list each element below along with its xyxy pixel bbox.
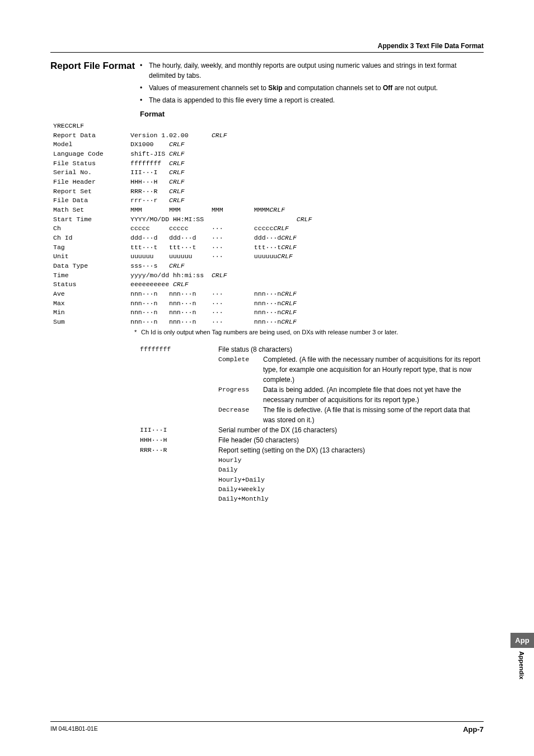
bullet-text: The data is appended to this file every … (149, 95, 335, 105)
desc-key: ffffffff (140, 344, 218, 425)
footnote-text: Ch Id is only output when Tag numbers ar… (141, 328, 398, 337)
list-item: Hourly+Daily (218, 475, 484, 484)
bullet-dot-icon: • (140, 60, 149, 81)
bullet-item: • The data is appended to this file ever… (140, 95, 484, 105)
footnote: * Ch Id is only output when Tag numbers … (134, 328, 484, 337)
desc-key: RRR···R (140, 445, 218, 503)
description-table: ffffffff File status (8 characters) Comp… (140, 344, 484, 503)
footer: IM 04L41B01-01E App-7 (50, 721, 484, 734)
sub-val: The file is defective. (A file that is m… (263, 405, 484, 425)
list-item: Daily+Weekly (218, 484, 484, 494)
sub-row: Complete Completed. (A file with the nec… (218, 354, 484, 385)
sub-row: Progress Data is being added. (An incomp… (218, 385, 484, 405)
desc-heading: File status (8 characters) (218, 344, 484, 354)
desc-row: III···I Serial number of the DX (16 char… (140, 425, 484, 435)
sub-key: Progress (218, 385, 263, 405)
side-tab-box: App (510, 633, 534, 648)
desc-row: HHH···H File header (50 characters) (140, 435, 484, 445)
bullet-dot-icon: • (140, 95, 149, 105)
footer-page-number: App-7 (463, 725, 484, 734)
list-item: Daily+Monthly (218, 494, 484, 503)
format-block: YRECCRLF Report Data Version 1.02.00 CRL… (53, 122, 484, 327)
side-tab-label: Appendix (518, 651, 525, 679)
desc-key: III···I (140, 425, 218, 435)
appendix-header: Appendix 3 Text File Data Format (50, 42, 484, 53)
format-heading: Format (140, 110, 484, 118)
list-item: Hourly (218, 455, 484, 465)
desc-row: RRR···R Report setting (setting on the D… (140, 445, 484, 503)
sub-key: Complete (218, 354, 263, 385)
sub-val: Data is being added. (An incomplete file… (263, 385, 484, 405)
desc-heading: Report setting (setting on the DX) (13 c… (218, 445, 484, 455)
footer-left: IM 04L41B01-01E (50, 725, 98, 734)
footnote-star: * (134, 328, 141, 337)
desc-heading: File header (50 characters) (218, 435, 484, 445)
sub-row: Decrease The file is defective. (A file … (218, 405, 484, 425)
sub-val: Completed. (A file with the necessary nu… (263, 354, 484, 385)
bullet-item: • Values of measurement channels set to … (140, 83, 484, 93)
bullet-item: • The hourly, daily, weekly, and monthly… (140, 60, 484, 81)
desc-heading: Serial number of the DX (16 characters) (218, 425, 484, 435)
bullet-text: The hourly, daily, weekly, and monthly r… (149, 60, 484, 81)
desc-key: HHH···H (140, 435, 218, 445)
side-tab: App Appendix (510, 633, 534, 679)
list-item: Daily (218, 465, 484, 474)
sub-key: Decrease (218, 405, 263, 425)
section-title: Report File Format (50, 60, 140, 72)
bullet-dot-icon: • (140, 83, 149, 93)
bullet-text: Values of measurement channels set to Sk… (149, 83, 438, 93)
desc-row: ffffffff File status (8 characters) Comp… (140, 344, 484, 425)
bullet-list: • The hourly, daily, weekly, and monthly… (140, 60, 484, 105)
